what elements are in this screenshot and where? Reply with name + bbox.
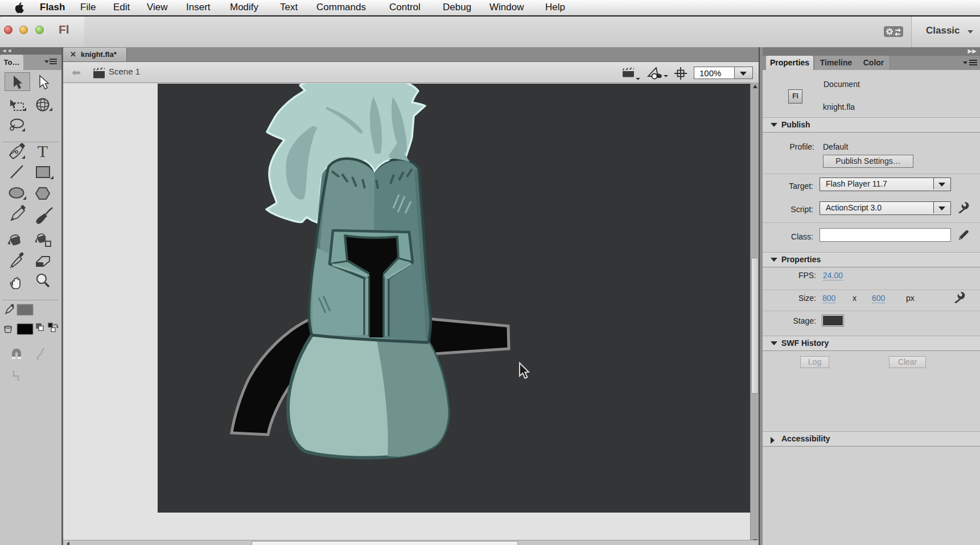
svg-text:T: T [38,142,48,160]
